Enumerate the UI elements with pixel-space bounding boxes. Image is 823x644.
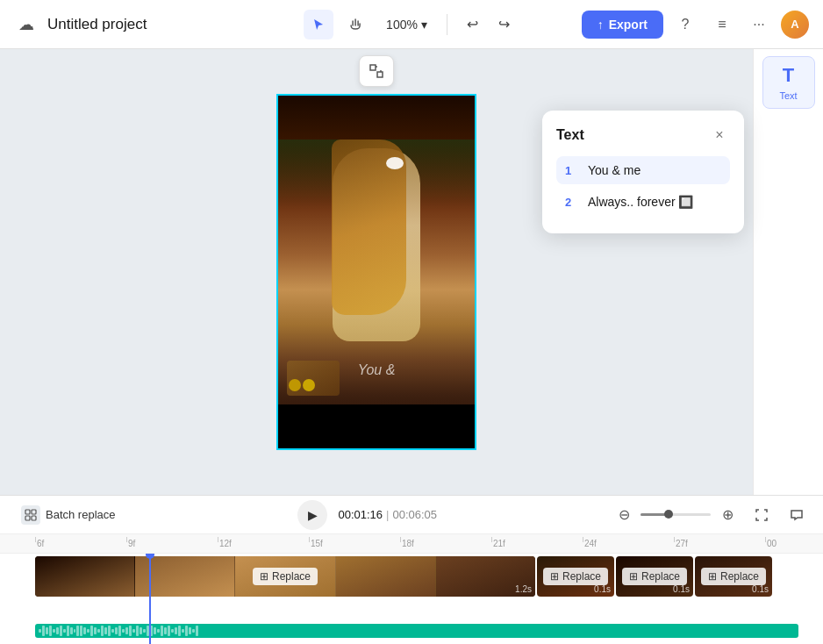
video-track: ⊞ Replace 1.2s ⊞ Replace 0.1s [35,556,772,597]
popup-title: Text [556,127,584,143]
time-total: 00:06:05 [392,508,437,521]
redo-button[interactable]: ↪ [490,10,519,39]
replace-icon-3: ⊞ [708,570,717,583]
wave-bar [115,627,118,634]
text-item-2[interactable]: 2 Always.. forever 🔲 [556,188,730,216]
bottom-area: Batch replace ▶ 00:01:16 | 00:06:05 ⊖ ⊕ [0,495,823,644]
wave-bar [185,626,188,636]
export-icon: ↑ [598,18,604,32]
wave-bar [171,629,174,633]
wave-bar [157,629,160,633]
wave-bar [83,627,86,634]
segment-2-duration: 0.1s [673,584,690,594]
undo-button[interactable]: ↩ [458,10,488,39]
text-item-1[interactable]: 1 You & me [556,156,730,184]
video-segment-2[interactable]: ⊞ Replace 0.1s [616,556,693,597]
time-display: 00:01:16 | 00:06:05 [338,508,437,521]
svg-rect-5 [25,510,30,514]
export-label: Export [609,18,648,32]
time-separator: | [386,508,389,521]
svg-rect-1 [370,65,376,70]
more-button[interactable]: ··· [744,10,774,39]
canvas-text-overlay: You & [358,362,396,378]
wave-bar [140,627,142,634]
wave-bar [97,629,100,633]
wave-bar [46,627,48,634]
export-button[interactable]: ↑ Export [582,11,663,39]
text-item-1-label: You & me [588,163,641,177]
popup-header: Text × [556,125,730,146]
comment-button[interactable] [784,503,809,527]
ruler-mark-18f: 18f [400,539,491,548]
zoom-controls: ⊖ ⊕ [612,504,739,526]
wave-bar [161,626,163,636]
play-button[interactable]: ▶ [297,500,327,530]
video-segment-3[interactable]: ⊞ Replace 0.1s [695,556,772,597]
zoom-out-button[interactable]: ⊖ [612,504,635,526]
help-button[interactable]: ? [670,10,700,39]
wave-bar [122,629,125,633]
segment-3-duration: 0.1s [752,584,769,594]
video-segment-1[interactable]: ⊞ Replace 0.1s [537,556,614,597]
playhead[interactable] [149,554,151,644]
menu-button[interactable]: ≡ [707,10,737,39]
batch-replace-button[interactable]: Batch replace [14,502,123,528]
timeline-controls: Batch replace ▶ 00:01:16 | 00:06:05 ⊖ ⊕ [0,496,823,534]
ruler-mark-00: 00 [765,539,823,548]
canvas-resize-button[interactable] [359,55,394,87]
wave-bar [94,627,97,634]
wave-bar [49,626,52,636]
text-panel-label: Text [779,90,797,101]
zoom-in-button[interactable]: ⊕ [716,504,739,526]
replace-badge-2[interactable]: ⊞ Replace [622,568,687,585]
header-divider [447,14,447,35]
wave-bar [60,626,62,636]
wave-bar [132,629,135,633]
wave-bar [125,627,128,634]
popup-close-button[interactable]: × [709,125,730,146]
wave-bar [101,626,104,636]
header: ☁ Untitled project 100% ▾ ↩ ↪ ↑ Export ? [0,0,823,49]
wave-bar [164,627,167,634]
cloud-icon: ☁ [14,12,39,37]
replace-badge-1[interactable]: ⊞ Replace [543,568,608,585]
text-item-1-num: 1 [565,164,579,177]
canvas-top-bar [359,55,394,87]
batch-replace-icon [21,505,40,525]
canvas-frame: You & [276,94,476,450]
video-background [278,96,475,448]
select-tool-button[interactable] [304,10,333,39]
wave-bar [67,626,69,636]
ruler-mark-27f: 27f [674,539,765,548]
wave-bar [196,626,198,636]
zoom-level-button[interactable]: 100% ▾ [377,14,436,35]
ruler-marks: 6f 9f 12f 15f 18f 21f 24f 27f 00 [35,539,823,548]
zoom-slider[interactable] [641,513,711,516]
segment-main-label: ⊞ Replace [35,556,535,597]
timeline-track-area: ⊞ Replace 1.2s ⊞ Replace 0.1s [0,554,823,644]
replace-badge-main[interactable]: ⊞ Replace [253,568,318,585]
replace-icon-main: ⊞ [260,570,268,583]
video-segment-main[interactable]: ⊞ Replace 1.2s [35,556,535,597]
fullscreen-button[interactable] [749,503,774,527]
replace-badge-3[interactable]: ⊞ Replace [701,568,766,585]
wave-bar [175,627,177,634]
svg-rect-6 [32,510,36,514]
wave-bar [63,629,66,633]
avatar[interactable]: A [781,11,809,39]
replace-label-1: Replace [562,570,601,583]
wave-bar [53,629,55,633]
segment-main-duration: 1.2s [515,584,532,594]
wave-bar [118,626,121,636]
wave-bar [87,629,89,633]
wave-bar [143,629,146,633]
wave-bar [56,627,59,634]
svg-rect-7 [25,516,30,520]
main-area: You & T Text Text × 1 You & me 2 Always.… [0,49,823,495]
undo-redo-group: ↩ ↪ [458,10,519,39]
text-panel-icon[interactable]: T Text [762,56,815,109]
wave-bar [192,629,195,633]
header-right: ↑ Export ? ≡ ··· A [582,10,809,39]
hand-tool-button[interactable] [340,10,370,39]
wave-bar [189,627,191,634]
